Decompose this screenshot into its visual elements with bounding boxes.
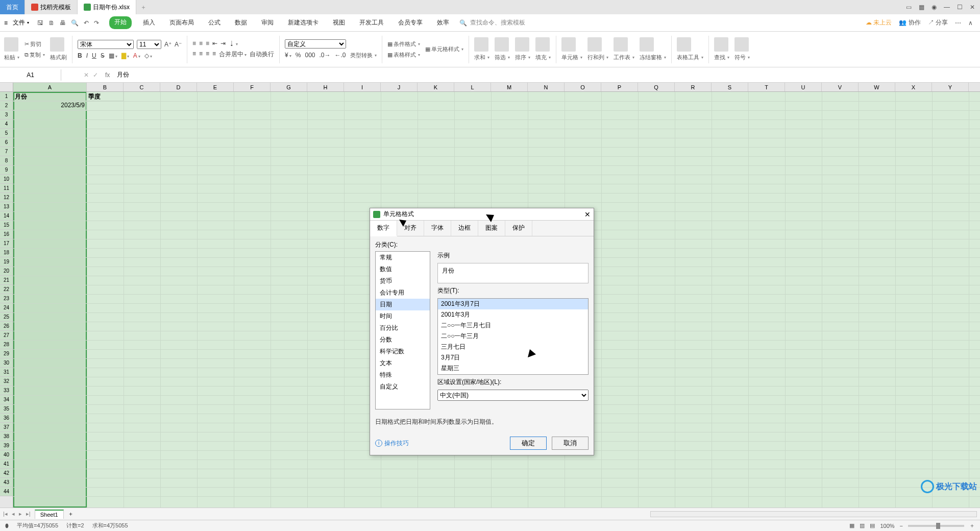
dialog-close-icon[interactable]: ✕ — [584, 210, 591, 219]
col-header-O[interactable]: O — [565, 83, 601, 91]
category-货币[interactable]: 货币 — [376, 275, 430, 287]
row-header-39[interactable]: 39 — [0, 441, 13, 450]
col-header-A[interactable]: A — [13, 83, 87, 91]
typeconv-button[interactable]: 类型转换 — [350, 52, 377, 59]
percent-icon[interactable]: % — [296, 52, 301, 59]
row-header-37[interactable]: 37 — [0, 423, 13, 432]
row-header-28[interactable]: 28 — [0, 340, 13, 349]
align-justify-icon[interactable]: ≡ — [212, 50, 216, 59]
sheet-first-icon[interactable]: |◂ — [3, 511, 8, 517]
align-right-icon[interactable]: ≡ — [206, 50, 209, 59]
row-header-27[interactable]: 27 — [0, 331, 13, 340]
view-normal-icon[interactable]: ▦ — [849, 522, 854, 529]
ribbon-tab-dev[interactable]: 开发工具 — [356, 16, 387, 29]
formula-input[interactable]: 月份 — [115, 68, 980, 81]
dec-dec-icon[interactable]: ←.0 — [335, 52, 346, 59]
row-header-17[interactable]: 17 — [0, 239, 13, 248]
col-header-Q[interactable]: Q — [638, 83, 675, 91]
sheet-prev-icon[interactable]: ◂ — [12, 511, 15, 517]
min-icon[interactable]: — — [944, 4, 950, 11]
category-科学记数[interactable]: 科学记数 — [376, 346, 430, 357]
ribbon-tab-formula[interactable]: 公式 — [205, 16, 224, 29]
zoom-out-icon[interactable]: − — [900, 523, 903, 529]
indent-dec-icon[interactable]: ⇤ — [212, 40, 217, 47]
layout-icon[interactable]: ▭ — [906, 4, 912, 11]
dec-inc-icon[interactable]: .0→ — [319, 52, 330, 59]
col-header-C[interactable]: C — [124, 83, 160, 91]
col-header-L[interactable]: L — [454, 83, 491, 91]
fmtpaint-button[interactable]: 格式刷 — [50, 54, 67, 61]
col-header-V[interactable]: V — [822, 83, 859, 91]
col-header-X[interactable]: X — [895, 83, 932, 91]
align-bot-icon[interactable]: ≡ — [206, 40, 209, 47]
type-option[interactable]: 三月七日 — [438, 342, 588, 352]
type-list[interactable]: 2001年3月7日2001年3月二○○一年三月七日二○○一年三月三月七日3月7日… — [437, 298, 589, 375]
zoom-in-icon[interactable]: ＋ — [969, 522, 975, 529]
ribbon-tab-new[interactable]: 新建选项卡 — [285, 16, 322, 29]
filter-button[interactable]: 筛选 — [495, 54, 510, 61]
redo-icon[interactable]: ↷ — [94, 19, 99, 27]
currency-icon[interactable]: ¥ — [285, 52, 291, 59]
command-search[interactable]: 🔍 查找命令、搜索模板 — [459, 18, 525, 27]
row-header-14[interactable]: 14 — [0, 211, 13, 221]
row-header-20[interactable]: 20 — [0, 267, 13, 276]
row-header-15[interactable]: 15 — [0, 221, 13, 230]
tab-template[interactable]: 找稻壳模板 — [25, 0, 78, 14]
bold-button[interactable]: B — [78, 52, 82, 59]
row-header-10[interactable]: 10 — [0, 175, 13, 184]
tips-link[interactable]: i操作技巧 — [375, 439, 409, 448]
row-header-32[interactable]: 32 — [0, 377, 13, 386]
orientation-icon[interactable]: ⭭ — [229, 40, 238, 47]
sheet-last-icon[interactable]: ▸| — [26, 511, 31, 517]
sheet-tab-1[interactable]: Sheet1 — [35, 510, 64, 519]
record-icon[interactable]: ⬮ — [5, 522, 9, 529]
row-header-26[interactable]: 26 — [0, 322, 13, 331]
dec-font-icon[interactable]: A⁻ — [175, 41, 182, 48]
avatar-icon[interactable]: ◉ — [932, 4, 937, 11]
type-option[interactable]: 星期三 — [438, 363, 588, 374]
tab-file[interactable]: 日期年份.xlsx — [78, 0, 136, 14]
undo-icon[interactable]: ↶ — [84, 19, 89, 27]
locale-select[interactable]: 中文(中国) — [437, 390, 589, 401]
row-header-34[interactable]: 34 — [0, 395, 13, 404]
font-select[interactable]: 宋体 — [78, 40, 134, 49]
row-header-43[interactable]: 43 — [0, 478, 13, 487]
row-header-22[interactable]: 22 — [0, 285, 13, 294]
ribbon-tab-vip[interactable]: 会员专享 — [395, 16, 426, 29]
category-list[interactable]: 常规数值货币会计专用日期时间百分比分数科学记数文本特殊自定义 — [375, 251, 430, 409]
sheet-next-icon[interactable]: ▸ — [19, 511, 22, 517]
align-center-icon[interactable]: ≡ — [199, 50, 203, 59]
category-自定义[interactable]: 自定义 — [376, 381, 430, 393]
sort-button[interactable]: 排序 — [515, 54, 530, 61]
col-header-B[interactable]: B — [87, 83, 124, 91]
find-button[interactable]: 查找 — [714, 54, 729, 61]
save-icon[interactable]: 🖫 — [37, 19, 43, 27]
freeze-button[interactable]: 冻结窗格 — [640, 54, 666, 61]
row-header-13[interactable]: 13 — [0, 202, 13, 211]
sheet-button[interactable]: 工作表 — [614, 54, 634, 61]
category-时间[interactable]: 时间 — [376, 310, 430, 322]
border-button[interactable]: ▦ — [109, 52, 117, 59]
ok-button[interactable]: 确定 — [510, 437, 547, 450]
size-select[interactable]: 11 — [137, 40, 161, 49]
row-header-36[interactable]: 36 — [0, 414, 13, 423]
cell-A2[interactable]: 2023/5/9 — [13, 101, 87, 110]
col-header-E[interactable]: E — [197, 83, 234, 91]
merge-button[interactable]: 合并居中 — [219, 50, 247, 59]
paste-button[interactable]: 粘贴 — [4, 54, 19, 61]
chevron-icon[interactable]: ∧ — [968, 19, 973, 27]
row-header-44[interactable]: 44 — [0, 487, 13, 496]
ribbon-tab-insert[interactable]: 插入 — [140, 16, 158, 29]
col-header-U[interactable]: U — [785, 83, 822, 91]
cut-button[interactable]: ✂ 剪切 — [24, 40, 45, 48]
col-header-Y[interactable]: Y — [932, 83, 969, 91]
category-常规[interactable]: 常规 — [376, 252, 430, 263]
rowcol-icon[interactable] — [587, 37, 602, 52]
col-header-H[interactable]: H — [307, 83, 344, 91]
row-header-7[interactable]: 7 — [0, 147, 13, 156]
preview-icon[interactable]: 🔍 — [71, 19, 79, 27]
row-header-42[interactable]: 42 — [0, 469, 13, 478]
dtab-border[interactable]: 边框 — [451, 221, 478, 236]
col-header-K[interactable]: K — [418, 83, 454, 91]
col-header-R[interactable]: R — [675, 83, 712, 91]
